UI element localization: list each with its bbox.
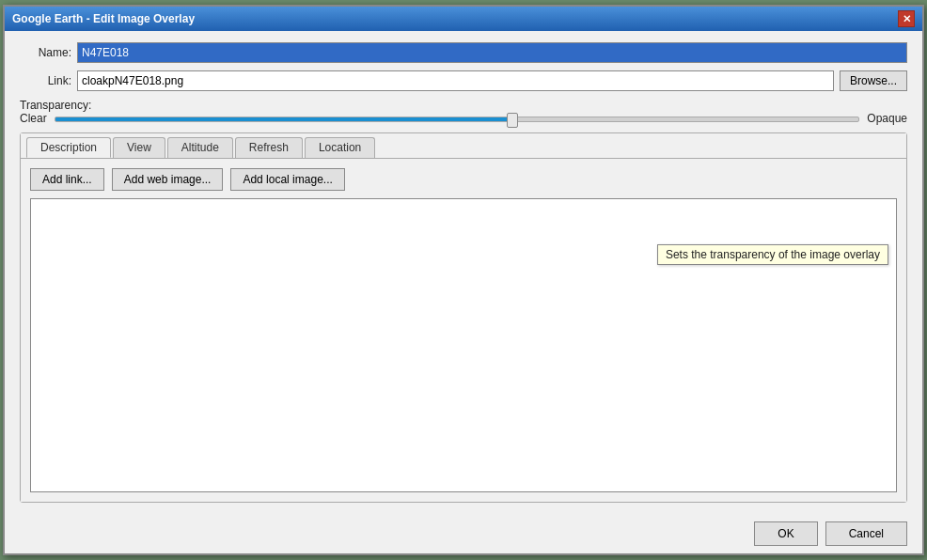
dialog-footer: OK Cancel xyxy=(5,514,922,553)
dialog-title: Google Earth - Edit Image Overlay xyxy=(12,12,195,25)
link-row: Link: Browse... xyxy=(20,70,907,91)
dialog: Google Earth - Edit Image Overlay ✕ Name… xyxy=(3,5,924,555)
description-textarea[interactable] xyxy=(30,198,897,492)
tab-description[interactable]: Description xyxy=(26,137,111,158)
tab-location[interactable]: Location xyxy=(305,137,375,158)
browse-button[interactable]: Browse... xyxy=(840,70,907,91)
tab-content-description: Add link... Add web image... Add local i… xyxy=(21,158,906,502)
add-link-button[interactable]: Add link... xyxy=(30,168,104,191)
link-label: Link: xyxy=(20,74,71,87)
transparency-row: Transparency: xyxy=(20,99,907,112)
transparency-slider[interactable] xyxy=(55,117,860,122)
add-web-image-button[interactable]: Add web image... xyxy=(112,168,224,191)
close-button[interactable]: ✕ xyxy=(898,10,915,27)
link-input[interactable] xyxy=(77,70,834,91)
tab-bar: Description View Altitude Refresh Locati… xyxy=(21,133,906,158)
transparency-section: Transparency: Clear Opaque Sets the tran… xyxy=(20,99,907,125)
opaque-label: Opaque xyxy=(867,112,907,125)
tab-altitude[interactable]: Altitude xyxy=(167,137,233,158)
description-button-row: Add link... Add web image... Add local i… xyxy=(30,168,897,191)
cancel-button[interactable]: Cancel xyxy=(825,521,907,546)
tab-refresh[interactable]: Refresh xyxy=(235,137,303,158)
slider-wrapper xyxy=(55,112,860,125)
tabs-container: Description View Altitude Refresh Locati… xyxy=(20,132,907,503)
name-input[interactable] xyxy=(77,42,907,63)
tab-view[interactable]: View xyxy=(113,137,165,158)
dialog-body: Name: Link: Browse... Transparency: Clea… xyxy=(5,31,922,514)
transparency-label: Transparency: xyxy=(20,99,91,112)
slider-container: Clear Opaque xyxy=(20,112,907,125)
name-row: Name: xyxy=(20,42,907,63)
title-bar: Google Earth - Edit Image Overlay ✕ xyxy=(5,7,922,31)
transparency-tooltip: Sets the transparency of the image overl… xyxy=(657,244,888,265)
add-local-image-button[interactable]: Add local image... xyxy=(230,168,344,191)
clear-label: Clear xyxy=(20,112,47,125)
ok-button[interactable]: OK xyxy=(754,521,817,546)
name-label: Name: xyxy=(20,46,71,59)
